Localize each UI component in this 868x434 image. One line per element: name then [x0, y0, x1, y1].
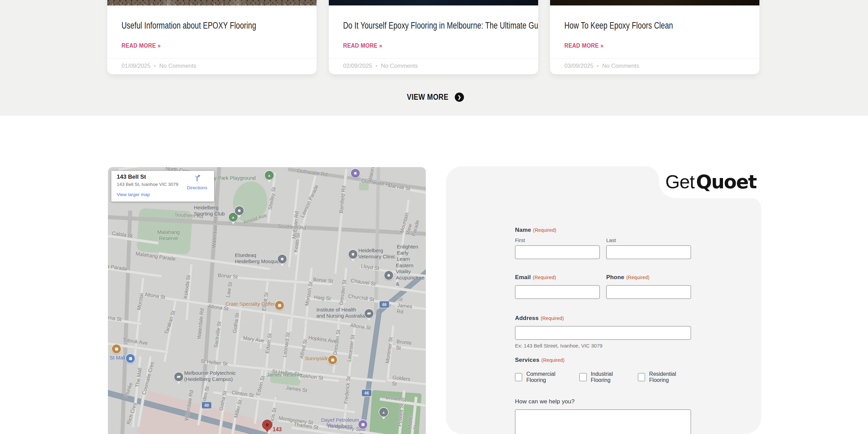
map-road: [342, 363, 352, 428]
view-larger-map-link[interactable]: View larger map: [117, 192, 150, 197]
quote-form-panel: Get Quoet Name(Required) First Last Emai…: [446, 166, 761, 434]
name-field-label: Name(Required): [515, 227, 691, 234]
map-label-street: James St: [286, 385, 307, 394]
panel-notch: Get Quoet: [659, 166, 761, 198]
map-road: [240, 338, 359, 357]
notch-curve: [645, 166, 659, 180]
quote-form: Name(Required) First Last Email(Required…: [515, 227, 691, 434]
map-road: [334, 169, 348, 274]
blog-card-meta: 03/09/2025•No Comments: [550, 58, 759, 74]
message-textarea[interactable]: [515, 409, 691, 434]
map-label-street: Waterdale Rd: [196, 308, 205, 340]
post-date: 01/09/2025: [122, 63, 150, 69]
phone-input[interactable]: [606, 285, 691, 299]
email-input[interactable]: [515, 285, 600, 299]
info-window-address: 143 Bell St, Ivanhoe VIC 3079: [117, 182, 178, 187]
map-road: [186, 264, 193, 320]
view-more-label: VIEW MORE: [407, 93, 448, 102]
map-road: [282, 319, 290, 376]
services-field-label: Services(Required): [515, 357, 691, 364]
address-input[interactable]: [515, 326, 691, 340]
blog-card-image[interactable]: [550, 0, 759, 5]
address-field-label: Address(Required): [515, 315, 691, 322]
post-date: 02/09/2025: [343, 63, 372, 69]
required-indicator: (Required): [533, 275, 556, 280]
map-road: [359, 266, 426, 279]
map-road: [254, 366, 264, 424]
checkbox-industrial[interactable]: [579, 373, 586, 381]
first-name-input[interactable]: [515, 245, 600, 259]
required-indicator: (Required): [542, 357, 565, 363]
checkbox-commercial[interactable]: [515, 373, 522, 381]
pin-gray-icon: [277, 254, 287, 264]
map-info-window: 143 Bell St 143 Bell St, Ivanhoe VIC 307…: [111, 171, 214, 202]
map-label-poi: Heidelberg Sporting Club: [194, 205, 225, 217]
map-pin-143-bell-st[interactable]: [262, 420, 272, 430]
notch-curve: [752, 198, 761, 208]
map-road: [213, 308, 223, 380]
map-label-poi-orange: Sunnyside: [305, 355, 329, 361]
map-road: [267, 172, 276, 223]
message-field-label: How can we help you?: [515, 398, 691, 405]
blog-section: Useful Information about EPOXY Flooring …: [0, 0, 868, 115]
read-more-link[interactable]: READ MORE »: [564, 42, 604, 49]
map-label-poi-orange: Crate Specialty Coffee: [225, 301, 276, 307]
required-indicator: (Required): [626, 275, 649, 280]
view-more-button[interactable]: VIEW MORE ❯: [0, 93, 868, 102]
checkbox-residential[interactable]: [638, 373, 645, 381]
form-heading-bold: Quoet: [696, 171, 756, 193]
blog-card: How To Keep Epoxy Floors Clean READ MORE…: [550, 0, 759, 74]
map-label-street: Law St: [225, 282, 234, 298]
post-date: 03/09/2025: [564, 63, 593, 69]
comments-count: No Comments: [602, 63, 639, 69]
pin-gray-icon: [348, 249, 358, 259]
form-heading-light: Get: [665, 171, 695, 192]
map-road: [108, 267, 162, 277]
directions-label: Directions: [186, 185, 208, 190]
directions-fork-icon: [193, 174, 202, 182]
map-road: [390, 345, 426, 352]
map-road: [233, 302, 242, 366]
read-more-link[interactable]: READ MORE »: [343, 42, 382, 49]
blog-card: Useful Information about EPOXY Flooring …: [107, 0, 317, 74]
park-area: [136, 208, 193, 255]
blog-card-image[interactable]: [329, 0, 538, 5]
info-window-title: 143 Bell St: [117, 174, 146, 180]
meta-separator: •: [154, 63, 156, 69]
meta-separator: •: [597, 63, 599, 69]
chevron-right-circle-icon: ❯: [455, 93, 464, 102]
read-more-link[interactable]: READ MORE »: [122, 42, 161, 49]
comments-count: No Comments: [381, 63, 418, 69]
blog-card-title[interactable]: Useful Information about EPOXY Flooring: [122, 20, 302, 31]
service-option-industrial[interactable]: Industrial Flooring: [579, 371, 628, 383]
map-road: [374, 167, 380, 314]
map-label-street: Hopkins Ave: [308, 334, 337, 344]
service-option-residential[interactable]: Residential Flooring: [638, 371, 691, 383]
required-indicator: (Required): [541, 316, 564, 321]
map-road: [142, 294, 371, 328]
address-helper-text: Ex: 143 Bell Street, Ivanhoe, VIC 3079: [515, 343, 691, 349]
circle-orange-icon: [274, 300, 285, 310]
blog-card-meta: 01/09/2025•No Comments: [107, 58, 317, 74]
map-road: [134, 278, 144, 356]
blog-card-title[interactable]: Do It Yourself Epoxy Flooring in Melbour…: [343, 20, 524, 31]
last-name-sublabel: Last: [606, 237, 691, 243]
meta-separator: •: [375, 63, 377, 69]
blog-card-image[interactable]: [107, 0, 317, 5]
comments-count: No Comments: [159, 63, 196, 69]
phone-field-label: Phone(Required): [606, 274, 691, 281]
map-road: [220, 275, 333, 286]
blog-card: Do It Yourself Epoxy Flooring in Melbour…: [329, 0, 538, 74]
blog-card-title[interactable]: How To Keep Epoxy Floors Clean: [564, 20, 745, 31]
map-label-poi: Elsedeaq Heidelberg Mosque: [235, 252, 279, 264]
email-field-label: Email(Required): [515, 274, 600, 281]
google-map-embed[interactable]: North CresOuthwaite RdOuthwaite RdDarval…: [108, 167, 426, 434]
map-road: [108, 341, 168, 353]
directions-button[interactable]: Directions: [186, 174, 208, 190]
map-road: [201, 167, 221, 403]
pin-school-icon: [364, 308, 374, 319]
last-name-input[interactable]: [606, 245, 691, 259]
map-road: [305, 297, 346, 303]
service-option-commercial[interactable]: Commercial Flooring: [515, 371, 570, 383]
map-road: [213, 391, 355, 413]
